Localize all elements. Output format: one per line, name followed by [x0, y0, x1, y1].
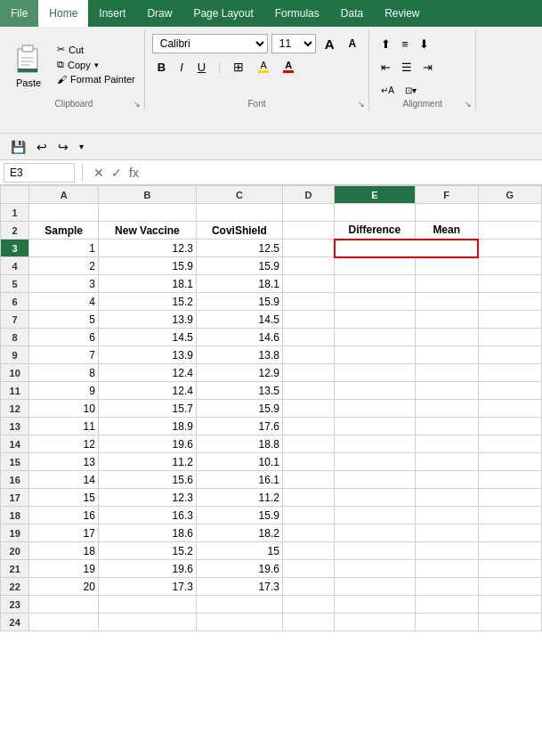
cell[interactable]: 19.6	[98, 560, 196, 578]
cell[interactable]: 9	[29, 382, 99, 400]
italic-button[interactable]: I	[174, 57, 189, 77]
row-header-11[interactable]: 11	[1, 382, 29, 400]
fill-color-button[interactable]: A	[253, 57, 274, 77]
cell[interactable]: 14.6	[196, 329, 282, 346]
cell[interactable]	[478, 346, 541, 364]
cell[interactable]: 8	[29, 364, 99, 382]
cell[interactable]	[335, 453, 416, 471]
cell[interactable]	[478, 596, 541, 614]
cell[interactable]: 15.9	[196, 507, 282, 524]
cell[interactable]: 3	[29, 275, 99, 293]
cell[interactable]	[196, 614, 282, 631]
cell[interactable]	[335, 204, 416, 222]
cell[interactable]: 13.9	[98, 311, 196, 329]
cell[interactable]	[282, 293, 334, 311]
col-header-b[interactable]: B	[98, 186, 196, 204]
cell[interactable]: 10.1	[196, 453, 282, 471]
cell[interactable]: 5	[29, 311, 99, 329]
cell[interactable]	[282, 614, 334, 631]
cell[interactable]	[282, 329, 334, 346]
cell[interactable]	[415, 614, 478, 631]
cell[interactable]	[478, 560, 541, 578]
cell[interactable]	[415, 311, 478, 329]
row-header-6[interactable]: 6	[1, 293, 29, 311]
row-header-14[interactable]: 14	[1, 435, 29, 453]
alignment-expand-icon[interactable]: ↘	[465, 100, 472, 109]
cell[interactable]	[335, 382, 416, 400]
font-grow-button[interactable]: A	[320, 34, 340, 53]
cell[interactable]: 15.9	[196, 400, 282, 418]
cell[interactable]: 2	[29, 257, 99, 275]
cell[interactable]	[335, 435, 416, 453]
cell[interactable]	[478, 435, 541, 453]
cell[interactable]: 11	[29, 418, 99, 435]
cell[interactable]: 13.5	[196, 382, 282, 400]
cell[interactable]: 12.5	[196, 240, 282, 257]
cell[interactable]: 19.6	[98, 435, 196, 453]
cell[interactable]: Sample	[29, 222, 99, 240]
cell[interactable]: CoviShield	[196, 222, 282, 240]
cell[interactable]	[282, 560, 334, 578]
cell[interactable]: 16.1	[196, 471, 282, 489]
cell[interactable]: 14.5	[98, 329, 196, 346]
cell[interactable]: Difference	[335, 222, 416, 240]
cell[interactable]: 18.1	[196, 275, 282, 293]
font-expand-icon[interactable]: ↘	[358, 100, 365, 109]
cell[interactable]: 15.9	[98, 257, 196, 275]
cell[interactable]: 15.9	[196, 293, 282, 311]
cell[interactable]: 18.9	[98, 418, 196, 435]
cell[interactable]	[196, 204, 282, 222]
cell[interactable]	[478, 400, 541, 418]
clipboard-expand-icon[interactable]: ↘	[133, 100, 141, 109]
cell[interactable]	[335, 257, 416, 275]
cell[interactable]	[29, 614, 99, 631]
row-header-24[interactable]: 24	[1, 614, 29, 631]
cell[interactable]	[478, 453, 541, 471]
cell[interactable]	[478, 542, 541, 560]
cell[interactable]: 13	[29, 453, 99, 471]
col-header-f[interactable]: F	[415, 186, 478, 204]
cell[interactable]: 15.7	[98, 400, 196, 418]
cell[interactable]	[478, 489, 541, 507]
cell[interactable]	[415, 507, 478, 524]
menu-data[interactable]: Data	[330, 0, 374, 27]
cell[interactable]	[335, 614, 416, 631]
row-header-17[interactable]: 17	[1, 489, 29, 507]
row-header-5[interactable]: 5	[1, 275, 29, 293]
row-header-18[interactable]: 18	[1, 507, 29, 524]
menu-home[interactable]: Home	[38, 0, 88, 27]
cell[interactable]	[415, 489, 478, 507]
cell[interactable]	[478, 382, 541, 400]
cell[interactable]	[98, 614, 196, 631]
cell[interactable]	[415, 524, 478, 542]
cell[interactable]	[478, 275, 541, 293]
cell[interactable]: 13.8	[196, 346, 282, 364]
font-shrink-button[interactable]: A	[344, 34, 362, 53]
cell[interactable]	[335, 400, 416, 418]
cell[interactable]	[335, 542, 416, 560]
cell[interactable]	[415, 346, 478, 364]
align-left-button[interactable]: ⇤	[376, 57, 395, 77]
cell[interactable]	[478, 524, 541, 542]
col-header-e[interactable]: E	[335, 186, 416, 204]
cell[interactable]: 16.3	[98, 507, 196, 524]
cell[interactable]	[282, 346, 334, 364]
formula-input[interactable]	[146, 165, 542, 181]
font-color-button[interactable]: A	[278, 57, 299, 77]
cell[interactable]	[282, 471, 334, 489]
cell[interactable]	[282, 542, 334, 560]
cell[interactable]: 18.2	[196, 524, 282, 542]
cell[interactable]: 14	[29, 471, 99, 489]
menu-file[interactable]: File	[0, 0, 38, 27]
cell[interactable]	[282, 382, 334, 400]
save-button[interactable]: 💾	[7, 138, 29, 156]
menu-page-layout[interactable]: Page Layout	[182, 0, 263, 27]
align-right-button[interactable]: ⇥	[418, 57, 437, 77]
cell[interactable]	[282, 240, 334, 257]
cell[interactable]	[335, 293, 416, 311]
cell[interactable]	[415, 542, 478, 560]
cell[interactable]: 16	[29, 507, 99, 524]
cell[interactable]: New Vaccine	[98, 222, 196, 240]
cell[interactable]	[415, 578, 478, 596]
paste-button[interactable]: Paste	[7, 38, 50, 90]
